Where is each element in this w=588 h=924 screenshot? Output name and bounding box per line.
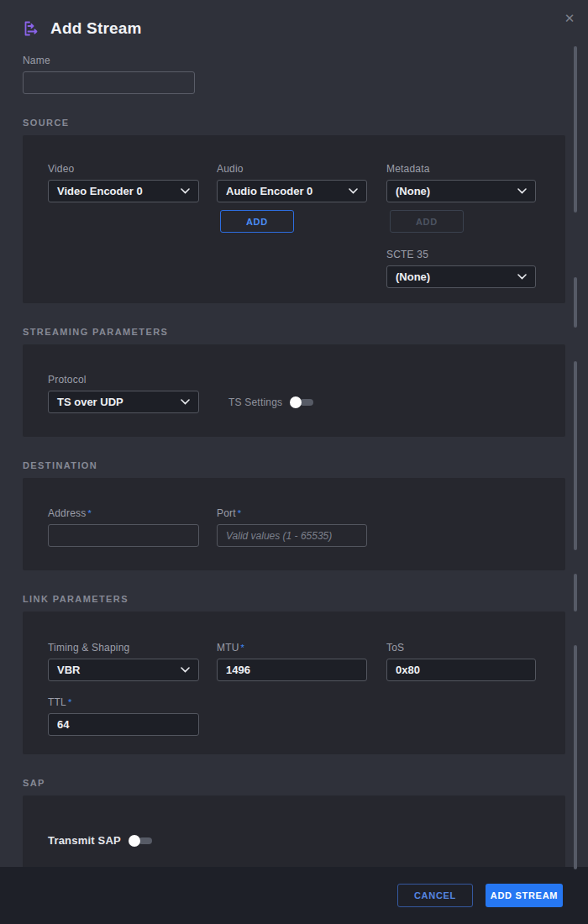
transmit-sap-row: Transmit SAP — [48, 829, 540, 852]
ttl-input[interactable] — [48, 713, 199, 736]
protocol-field: Protocol TS over UDP — [48, 374, 199, 413]
add-audio-button[interactable]: ADD — [220, 210, 294, 233]
video-field: Video Video Encoder 0 — [48, 163, 199, 288]
stream-out-icon — [23, 19, 41, 38]
scrollbar-thumb[interactable] — [574, 645, 577, 869]
add-metadata-button-disabled: ADD — [390, 210, 464, 233]
ts-settings-toggle[interactable] — [290, 396, 315, 408]
scrollbar-thumb[interactable] — [574, 277, 577, 328]
timing-select[interactable]: VBR — [48, 659, 199, 681]
name-field: Name — [0, 55, 218, 94]
port-label: Port* — [217, 507, 367, 519]
source-panel: Video Video Encoder 0 Audio Audio Encode… — [23, 135, 565, 303]
timing-field: Timing & Shaping VBR — [48, 642, 199, 681]
dialog-title: Add Stream — [50, 19, 142, 38]
close-icon[interactable]: ✕ — [561, 10, 578, 27]
port-field: Port* — [217, 507, 367, 547]
scrollbar-thumb[interactable] — [574, 46, 577, 213]
scrollbar-thumb[interactable] — [574, 361, 577, 550]
timing-label: Timing & Shaping — [48, 642, 199, 654]
cancel-button[interactable]: CANCEL — [397, 884, 473, 907]
dialog-header: Add Stream — [0, 0, 588, 38]
chevron-down-icon — [349, 188, 358, 194]
streaming-panel: Protocol TS over UDP TS Settings — [23, 344, 565, 437]
link-section-title: LINK PARAMETERS — [0, 594, 588, 604]
audio-label: Audio — [217, 163, 367, 175]
audio-field: Audio Audio Encoder 0 ADD — [217, 163, 367, 288]
source-section-title: SOURCE — [0, 118, 588, 128]
ttl-label: TTL* — [48, 696, 199, 708]
scte35-label: SCTE 35 — [386, 249, 536, 260]
link-panel: Timing & Shaping VBR MTU* ToS TTL* — [23, 612, 565, 754]
mtu-input[interactable] — [217, 659, 367, 681]
destination-panel: Address* Port* — [23, 478, 565, 570]
address-field: Address* — [48, 507, 199, 547]
video-select[interactable]: Video Encoder 0 — [48, 180, 199, 202]
video-label: Video — [48, 163, 199, 175]
name-label: Name — [23, 55, 196, 66]
chevron-down-icon — [181, 667, 190, 673]
transmit-sap-toggle[interactable] — [129, 835, 154, 847]
metadata-field: Metadata (None) ADD SCTE 35 (None) — [386, 163, 536, 288]
sap-section-title: SAP — [0, 778, 588, 788]
protocol-select[interactable]: TS over UDP — [48, 391, 199, 413]
add-stream-dialog: Add Stream ✕ Name SOURCE Video Video Enc… — [0, 0, 588, 924]
ttl-field: TTL* — [48, 696, 199, 736]
address-input[interactable] — [48, 524, 199, 547]
ts-settings-row: TS Settings — [228, 391, 315, 413]
metadata-label: Metadata — [386, 163, 536, 175]
chevron-down-icon — [181, 188, 190, 194]
scte35-field: SCTE 35 (None) — [386, 249, 536, 288]
destination-section-title: DESTINATION — [0, 460, 588, 470]
chevron-down-icon — [517, 274, 527, 280]
address-label: Address* — [48, 507, 199, 519]
mtu-field: MTU* — [217, 642, 367, 681]
add-stream-button[interactable]: ADD STREAM — [486, 884, 563, 907]
tos-label: ToS — [386, 642, 536, 654]
port-input[interactable] — [217, 524, 367, 547]
scte35-select[interactable]: (None) — [386, 265, 536, 288]
scrollbar-thumb[interactable] — [574, 574, 577, 612]
required-asterisk: * — [238, 508, 241, 518]
required-asterisk: * — [87, 508, 91, 518]
required-asterisk: * — [68, 697, 71, 707]
mtu-label: MTU* — [217, 642, 367, 654]
chevron-down-icon — [517, 188, 527, 194]
audio-select[interactable]: Audio Encoder 0 — [217, 180, 367, 202]
required-asterisk: * — [241, 643, 244, 653]
protocol-label: Protocol — [48, 374, 199, 386]
chevron-down-icon — [181, 399, 190, 405]
tos-input[interactable] — [386, 659, 536, 681]
metadata-select[interactable]: (None) — [386, 180, 536, 202]
tos-field: ToS — [386, 642, 536, 681]
dialog-footer: CANCEL ADD STREAM — [0, 867, 588, 924]
ts-settings-label: TS Settings — [228, 396, 282, 408]
name-input[interactable] — [23, 71, 195, 94]
transmit-sap-label: Transmit SAP — [48, 834, 121, 847]
streaming-section-title: STREAMING PARAMETERS — [0, 327, 588, 337]
